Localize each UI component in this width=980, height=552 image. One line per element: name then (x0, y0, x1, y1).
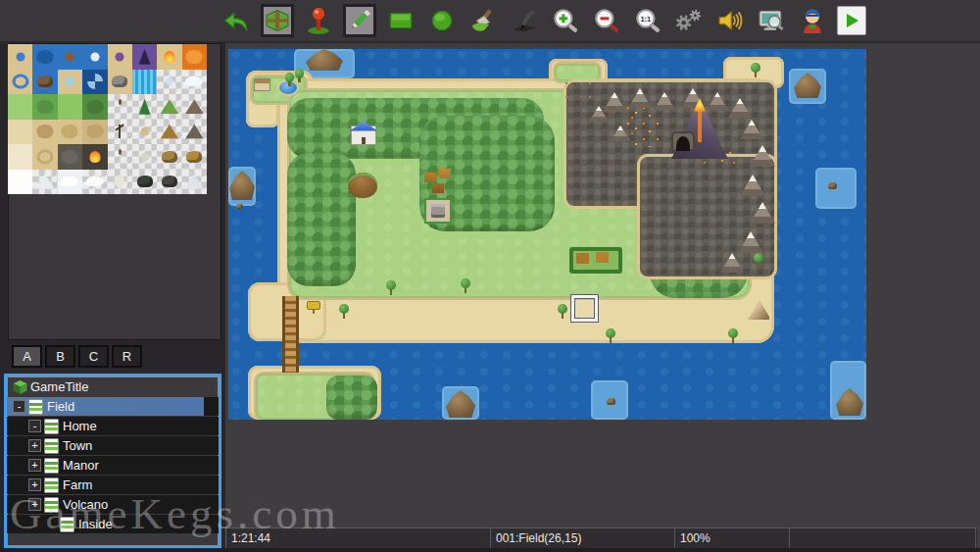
tile-palette[interactable] (8, 44, 207, 194)
collapse-icon[interactable]: - (28, 420, 41, 432)
palette-tile[interactable] (132, 44, 157, 70)
map-sprite-tree (750, 63, 761, 77)
palette-tile[interactable] (82, 144, 107, 170)
map-canvas[interactable] (228, 49, 866, 420)
palette-tile[interactable] (182, 120, 207, 145)
expand-icon[interactable]: + (28, 439, 41, 452)
tree-item-label: Town (63, 438, 92, 453)
tile-glyph-ring (12, 75, 28, 89)
toolbar-button-event-mode[interactable] (302, 4, 335, 37)
expand-icon[interactable]: + (28, 478, 41, 491)
palette-tile[interactable] (58, 170, 82, 195)
palette-tile[interactable] (32, 170, 57, 195)
palette-tile[interactable] (58, 70, 82, 95)
palette-tile[interactable] (157, 70, 181, 95)
palette-tile[interactable] (32, 94, 57, 120)
palette-tile[interactable] (157, 170, 181, 195)
palette-tab-b[interactable]: B (45, 345, 75, 368)
palette-tile[interactable] (132, 144, 157, 170)
palette-tile[interactable] (58, 44, 82, 70)
tree-item-manor[interactable]: +Manor (7, 456, 219, 475)
palette-tile[interactable] (8, 94, 32, 120)
palette-tile[interactable] (8, 120, 32, 145)
palette-tile[interactable] (108, 120, 132, 145)
palette-tile[interactable] (108, 144, 132, 170)
toolbar-button-zoom-actual[interactable]: 1:1 (631, 4, 664, 37)
palette-tile[interactable] (108, 170, 132, 195)
palette-tile[interactable] (82, 120, 107, 145)
zoom-out-icon (593, 7, 620, 34)
palette-tile[interactable] (58, 144, 82, 170)
palette-tile[interactable] (182, 144, 207, 170)
expand-icon[interactable]: + (28, 498, 41, 511)
tree-item-field[interactable]: -Field (7, 397, 219, 416)
toolbar-button-ellipse[interactable] (425, 4, 459, 37)
palette-tile[interactable] (8, 170, 32, 195)
tree-item-volcano[interactable]: +Volcano (7, 495, 219, 514)
toolbar-button-zoom-out[interactable] (590, 4, 623, 37)
toolbar-button-undo[interactable] (220, 4, 253, 37)
tree-item-town[interactable]: +Town (7, 436, 219, 455)
palette-tile[interactable] (182, 170, 207, 195)
collapse-icon[interactable]: - (13, 400, 25, 413)
palette-tile[interactable] (182, 70, 207, 95)
palette-tile[interactable] (157, 44, 181, 70)
palette-tile[interactable] (182, 94, 207, 120)
palette-tile[interactable] (108, 44, 132, 70)
palette-tile[interactable] (82, 170, 107, 195)
palette-tile[interactable] (82, 70, 107, 95)
map-sprite-house (351, 125, 376, 145)
palette-tile[interactable] (157, 120, 181, 145)
palette-tile[interactable] (132, 120, 157, 145)
palette-tab-r[interactable]: R (112, 345, 142, 368)
map-sprite-bridge (282, 296, 299, 373)
palette-tile[interactable] (108, 94, 132, 120)
palette-tile[interactable] (32, 70, 57, 95)
palette-tab-c[interactable]: C (78, 345, 109, 368)
palette-tile[interactable] (182, 44, 207, 70)
palette-tile[interactable] (132, 170, 157, 195)
palette-tile[interactable] (157, 94, 181, 120)
expand-icon[interactable]: + (28, 459, 41, 472)
tree-item-inside[interactable]: Inside (7, 515, 219, 533)
toolbar-button-rectangle[interactable] (384, 4, 417, 37)
palette-tile[interactable] (132, 70, 157, 95)
palette-tile[interactable] (157, 144, 181, 170)
map-tree-panel[interactable]: GameTitle-Field-Home+Town+Manor+Farm+Vol… (4, 374, 221, 549)
palette-tile[interactable] (32, 120, 57, 145)
status-cell-2: 100% (675, 528, 790, 548)
toolbar-button-on-screen-find[interactable] (755, 4, 788, 37)
toolbar-button-character-generator[interactable] (796, 4, 829, 37)
tile-glyph-blob (186, 50, 203, 64)
palette-tile[interactable] (82, 44, 107, 70)
palette-tile[interactable] (8, 44, 32, 70)
palette-tile[interactable] (132, 94, 157, 120)
tree-item-gametitle[interactable]: GameTitle (7, 377, 219, 396)
palette-tile[interactable] (108, 70, 132, 95)
tree-item-label: Manor (63, 458, 99, 473)
palette-tile[interactable] (58, 94, 82, 120)
palette-tile[interactable] (8, 144, 32, 170)
palette-tile[interactable] (32, 144, 57, 170)
palette-tile[interactable] (32, 44, 57, 70)
toolbar-button-flood-fill[interactable] (466, 4, 500, 37)
palette-tile[interactable] (58, 120, 82, 145)
tile-glyph-fire (164, 51, 174, 63)
toolbar-button-options[interactable] (672, 4, 706, 37)
toolbar-button-map-mode[interactable] (261, 4, 294, 37)
tree-item-label: GameTitle (30, 379, 88, 394)
palette-tile[interactable] (82, 94, 107, 120)
tile-glyph-fire (89, 151, 100, 163)
tree-item-farm[interactable]: +Farm (7, 476, 219, 494)
map-sprite-cave (671, 131, 695, 151)
tree-item-home[interactable]: -Home (7, 417, 219, 435)
toolbar-button-shadow-pen[interactable] (508, 4, 541, 37)
toolbar-button-pencil[interactable] (343, 4, 376, 37)
main-toolbar: 1:1 (0, 0, 980, 43)
palette-tile[interactable] (8, 70, 32, 95)
tile-glyph-dot (90, 52, 99, 61)
palette-tab-a[interactable]: A (12, 345, 42, 368)
toolbar-button-zoom-in[interactable] (549, 4, 582, 37)
toolbar-button-play-test[interactable] (837, 6, 866, 35)
toolbar-button-sound-test[interactable] (713, 4, 747, 37)
